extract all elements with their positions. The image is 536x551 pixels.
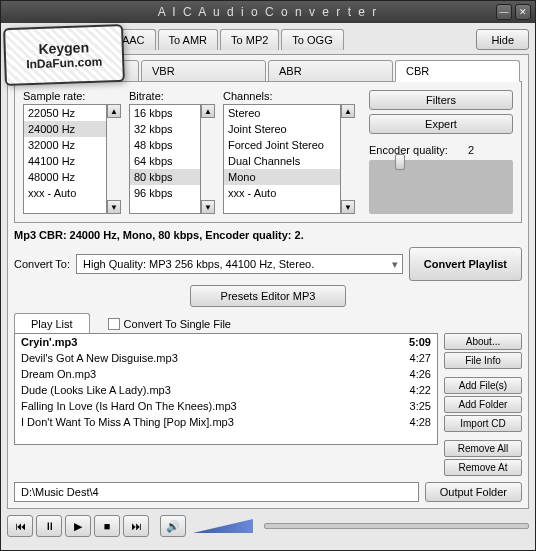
add-files-button[interactable]: Add File(s) (444, 377, 522, 394)
settings-summary: Mp3 CBR: 24000 Hz, Mono, 80 kbps, Encode… (14, 229, 522, 241)
next-button[interactable]: ⏭ (123, 515, 149, 537)
list-item[interactable]: 96 kbps (130, 185, 200, 201)
list-item[interactable]: Forced Joint Stereo (224, 137, 340, 153)
tab-cbr[interactable]: CBR (395, 60, 520, 82)
channels-group: Channels: Stereo Joint Stereo Forced Joi… (223, 90, 355, 214)
tab-to-mp2[interactable]: To MP2 (220, 29, 279, 50)
playlist-row[interactable]: Dude (Looks Like A Lady).mp34:22 (15, 382, 437, 398)
pause-icon: ⏸ (44, 520, 55, 532)
bitrate-scroll: ▲ ▼ (201, 104, 215, 214)
remove-at-button[interactable]: Remove At (444, 459, 522, 476)
filters-button[interactable]: Filters (369, 90, 513, 110)
playlist-row[interactable]: Devil's Got A New Disguise.mp34:27 (15, 350, 437, 366)
encoder-quality-slider[interactable] (369, 160, 513, 214)
list-item[interactable]: 32000 Hz (24, 137, 106, 153)
about-button[interactable]: About... (444, 333, 522, 350)
playlist-row[interactable]: Dream On.mp34:26 (15, 366, 437, 382)
output-row: D:\Music Dest\4 Output Folder (14, 482, 522, 502)
playlist-row[interactable]: I Don't Want To Miss A Thing [Pop Mix].m… (15, 414, 437, 430)
tab-to-ogg[interactable]: To OGG (281, 29, 343, 50)
list-item[interactable]: 48000 Hz (24, 169, 106, 185)
scroll-up-icon[interactable]: ▲ (201, 104, 215, 118)
list-item[interactable]: 24000 Hz (24, 121, 106, 137)
close-button[interactable]: ✕ (515, 4, 531, 20)
encoder-quality-label: Encoder quality: (369, 144, 448, 156)
convert-playlist-button[interactable]: Convert Playlist (409, 247, 522, 281)
titlebar: A I C A u d i o C o n v e r t e r — ✕ (1, 1, 535, 23)
file-info-button[interactable]: File Info (444, 352, 522, 369)
import-cd-button[interactable]: Import CD (444, 415, 522, 432)
convert-to-label: Convert To: (14, 258, 70, 270)
list-item[interactable]: Dual Channels (224, 153, 340, 169)
app-window: A I C A u d i o C o n v e r t e r — ✕ Ke… (0, 0, 536, 551)
hide-button[interactable]: Hide (476, 29, 529, 50)
channels-label: Channels: (223, 90, 355, 102)
format-panel: Pre VBR ABR CBR Sample rate: 22050 Hz 24… (7, 54, 529, 509)
list-item[interactable]: Joint Stereo (224, 121, 340, 137)
play-button[interactable]: ▶ (65, 515, 91, 537)
presets-editor-button[interactable]: Presets Editor MP3 (190, 285, 347, 307)
list-item[interactable]: xxx - Auto (224, 185, 340, 201)
tab-abr[interactable]: ABR (268, 60, 393, 82)
add-folder-button[interactable]: Add Folder (444, 396, 522, 413)
presets-row: Presets Editor MP3 (14, 285, 522, 307)
bitrate-list[interactable]: 16 kbps 32 kbps 48 kbps 64 kbps 80 kbps … (129, 104, 201, 214)
checkbox-icon[interactable] (108, 318, 120, 330)
play-icon: ▶ (74, 520, 82, 533)
list-item[interactable]: 22050 Hz (24, 105, 106, 121)
slider-thumb[interactable] (395, 154, 405, 170)
scroll-down-icon[interactable]: ▼ (107, 200, 121, 214)
app-title: A I C A u d i o C o n v e r t e r (158, 5, 379, 19)
track-name: Falling In Love (Is Hard On The Knees).m… (21, 400, 237, 412)
channels-list[interactable]: Stereo Joint Stereo Forced Joint Stereo … (223, 104, 341, 214)
track-name: Cryin'.mp3 (21, 336, 77, 348)
track-duration: 3:25 (410, 400, 431, 412)
sample-rate-scroll: ▲ ▼ (107, 104, 121, 214)
pause-button[interactable]: ⏸ (36, 515, 62, 537)
scroll-down-icon[interactable]: ▼ (201, 200, 215, 214)
playlist-row[interactable]: Falling In Love (Is Hard On The Knees).m… (15, 398, 437, 414)
volume-slider[interactable] (193, 519, 253, 533)
list-item[interactable]: 64 kbps (130, 153, 200, 169)
playlist-tab[interactable]: Play List (14, 313, 90, 334)
channels-scroll: ▲ ▼ (341, 104, 355, 214)
encoder-quality-row: Encoder quality: 2 (369, 144, 513, 156)
output-folder-button[interactable]: Output Folder (425, 482, 522, 502)
convert-single-checkbox[interactable]: Convert To Single File (108, 318, 231, 330)
list-item[interactable]: xxx - Auto (24, 185, 106, 201)
bitrate-group: Bitrate: 16 kbps 32 kbps 48 kbps 64 kbps… (129, 90, 215, 214)
minimize-button[interactable]: — (496, 4, 512, 20)
convert-single-label: Convert To Single File (124, 318, 231, 330)
list-item[interactable]: 16 kbps (130, 105, 200, 121)
output-path-input[interactable]: D:\Music Dest\4 (14, 482, 419, 502)
list-item[interactable]: 80 kbps (130, 169, 200, 185)
scroll-down-icon[interactable]: ▼ (341, 200, 355, 214)
track-duration: 4:27 (410, 352, 431, 364)
cbr-panel: Sample rate: 22050 Hz 24000 Hz 32000 Hz … (14, 81, 522, 223)
sample-rate-list[interactable]: 22050 Hz 24000 Hz 32000 Hz 44100 Hz 4800… (23, 104, 107, 214)
track-name: Dream On.mp3 (21, 368, 96, 380)
playlist-row[interactable]: Cryin'.mp35:09 (15, 334, 437, 350)
convert-to-row: Convert To: High Quality: MP3 256 kbps, … (14, 247, 522, 281)
list-item[interactable]: 44100 Hz (24, 153, 106, 169)
list-item[interactable]: 32 kbps (130, 121, 200, 137)
list-item[interactable]: Mono (224, 169, 340, 185)
playlist[interactable]: Cryin'.mp35:09 Devil's Got A New Disguis… (14, 333, 438, 445)
bitrate-label: Bitrate: (129, 90, 215, 102)
remove-all-button[interactable]: Remove All (444, 440, 522, 457)
stop-icon: ■ (104, 520, 111, 532)
list-item[interactable]: Stereo (224, 105, 340, 121)
scroll-up-icon[interactable]: ▲ (341, 104, 355, 118)
prev-button[interactable]: ⏮ (7, 515, 33, 537)
stop-button[interactable]: ■ (94, 515, 120, 537)
list-item[interactable]: 48 kbps (130, 137, 200, 153)
tab-to-amr[interactable]: To AMR (158, 29, 219, 50)
volume-button[interactable]: 🔊 (160, 515, 186, 537)
convert-to-dropdown[interactable]: High Quality: MP3 256 kbps, 44100 Hz, St… (76, 254, 403, 274)
stamp-line1: Keygen (38, 39, 89, 57)
tab-vbr[interactable]: VBR (141, 60, 266, 82)
track-name: Devil's Got A New Disguise.mp3 (21, 352, 178, 364)
scroll-up-icon[interactable]: ▲ (107, 104, 121, 118)
progress-bar[interactable] (264, 523, 529, 529)
expert-button[interactable]: Expert (369, 114, 513, 134)
